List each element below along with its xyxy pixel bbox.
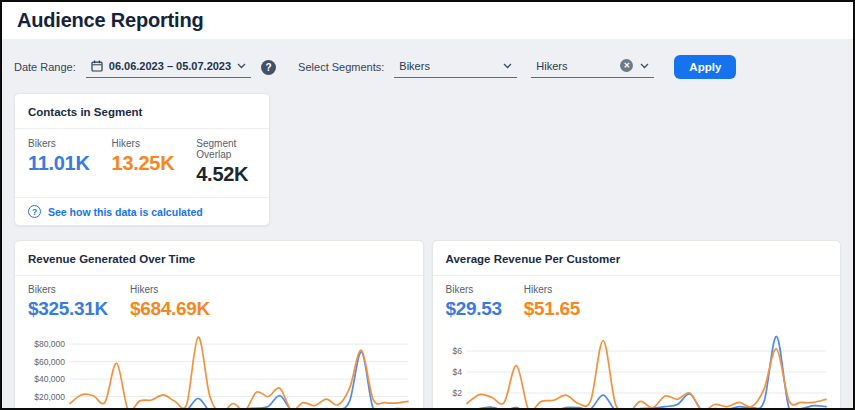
stat-hikers: Hikers 13.25K xyxy=(112,138,175,186)
data-calculation-link[interactable]: ? See how this data is calculated xyxy=(15,197,269,225)
revenue-chart-title: Revenue Generated Over Time xyxy=(28,253,195,265)
page-title: Audience Reporting xyxy=(17,9,203,32)
stat-bikers: Bikers $325.31K xyxy=(28,284,108,320)
stat-bikers: Bikers 11.01K xyxy=(28,138,90,186)
select-segments-label: Select Segments: xyxy=(298,61,384,73)
avg-revenue-per-customer-card: Average Revenue Per Customer Bikers $29.… xyxy=(432,240,842,410)
segment-select-1-value: Bikers xyxy=(399,60,430,72)
calendar-icon xyxy=(91,60,103,72)
date-range-value: 06.06.2023 – 05.07.2023 xyxy=(109,60,231,72)
svg-text:$4: $4 xyxy=(452,367,462,377)
stat-hikers: Hikers $51.65 xyxy=(524,284,580,320)
segment-select-1[interactable]: Bikers xyxy=(394,57,517,78)
info-icon: ? xyxy=(28,205,41,218)
arpc-chart-stats: Bikers $29.53 Hikers $51.65 xyxy=(433,276,841,320)
chevron-down-icon xyxy=(503,63,512,69)
filter-bar: Date Range: 06.06.2023 – 05.07.2023 ? Se… xyxy=(14,54,841,80)
stat-segment-overlap: Segment Overlap 4.52K xyxy=(196,138,256,186)
arpc-chart-title: Average Revenue Per Customer xyxy=(446,253,621,265)
help-icon[interactable]: ? xyxy=(261,60,276,75)
svg-text:$60,000: $60,000 xyxy=(34,357,65,367)
date-range-label: Date Range: xyxy=(14,61,76,73)
svg-text:$80,000: $80,000 xyxy=(34,339,65,349)
charts-row: Revenue Generated Over Time Bikers $325.… xyxy=(14,240,841,410)
page-body: Date Range: 06.06.2023 – 05.07.2023 ? Se… xyxy=(2,54,853,410)
segment-select-2[interactable]: Hikers ✕ xyxy=(531,56,654,78)
contacts-stats: Bikers 11.01K Hikers 13.25K Segment Over… xyxy=(15,129,269,197)
apply-button[interactable]: Apply xyxy=(674,55,736,79)
chevron-down-icon xyxy=(640,63,649,69)
data-calculation-link-text: See how this data is calculated xyxy=(48,206,203,218)
stat-bikers: Bikers $29.53 xyxy=(446,284,502,320)
clear-icon[interactable]: ✕ xyxy=(620,59,633,72)
contacts-card-header: Contacts in Segment xyxy=(15,94,269,129)
svg-text:$6: $6 xyxy=(452,346,462,356)
date-range-picker[interactable]: 06.06.2023 – 05.07.2023 xyxy=(86,57,251,78)
segment-select-2-value: Hikers xyxy=(536,60,567,72)
app-header: Audience Reporting xyxy=(2,2,853,39)
contacts-card-title: Contacts in Segment xyxy=(28,106,142,118)
revenue-over-time-chart: $0$20,000$40,000$60,000$80,00006. Jun09.… xyxy=(25,322,412,410)
stat-hikers: Hikers $684.69K xyxy=(130,284,210,320)
arpc-chart: $0$2$4$606. Jun09. Jun12. Jun15. Jun18. … xyxy=(443,322,830,410)
revenue-chart-stats: Bikers $325.31K Hikers $684.69K xyxy=(15,276,423,320)
chevron-down-icon xyxy=(237,63,246,69)
contacts-in-segment-card: Contacts in Segment Bikers 11.01K Hikers… xyxy=(14,93,270,226)
svg-text:$40,000: $40,000 xyxy=(34,374,65,384)
svg-text:$2: $2 xyxy=(452,388,462,398)
revenue-over-time-card: Revenue Generated Over Time Bikers $325.… xyxy=(14,240,424,410)
audience-reporting-screen: Audience Reporting Date Range: 06.06.202… xyxy=(0,0,855,410)
svg-text:$20,000: $20,000 xyxy=(34,392,65,402)
